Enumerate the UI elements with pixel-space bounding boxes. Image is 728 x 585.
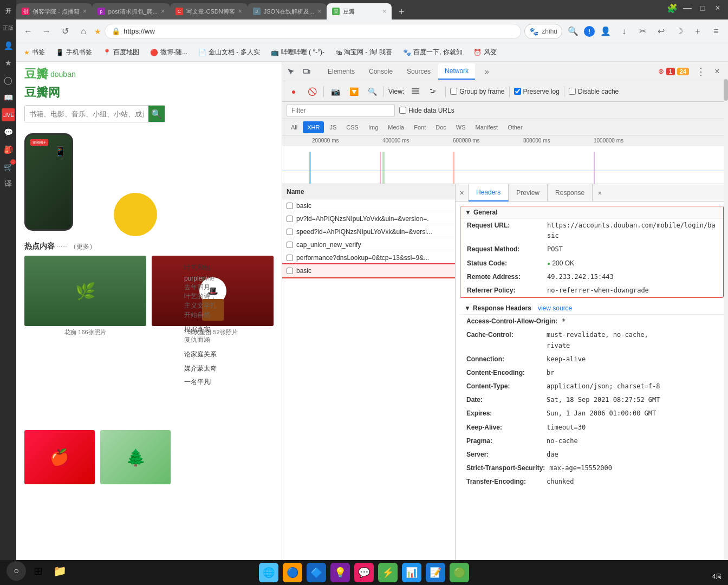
bookmark-baidu-map[interactable]: 📍 百度地图	[100, 47, 142, 58]
tab-douban[interactable]: 豆 豆瓣 ×	[327, 3, 392, 20]
view-list-button[interactable]	[408, 84, 422, 99]
sidebar-icon-circle[interactable]: ◯	[2, 74, 15, 87]
maximize-button[interactable]: □	[697, 2, 708, 14]
close-circle-icon[interactable]: ⊗	[658, 67, 664, 75]
forward-button[interactable]: →	[39, 24, 54, 39]
sidebar-icon-book[interactable]: 📖	[2, 91, 15, 104]
network-row-6-checkbox[interactable]	[287, 268, 293, 274]
search-bar-nav[interactable]: 🐾 zhihu	[524, 24, 562, 39]
preserve-log-input[interactable]	[514, 88, 521, 95]
douban-search-button[interactable]: 🔍	[148, 106, 165, 122]
sidebar-icon-chat[interactable]: 💬	[2, 126, 15, 139]
tab-csdn[interactable]: C 写文章-CSDN博客 ×	[170, 3, 248, 20]
type-doc[interactable]: Doc	[431, 121, 451, 133]
group-by-frame-input[interactable]	[450, 88, 457, 95]
douban-search-bar[interactable]: 🔍	[24, 105, 165, 122]
bookmark-baidu[interactable]: 🐾 百度一下, 你就知	[400, 47, 466, 58]
devtools-cursor-icon[interactable]	[287, 65, 300, 78]
sidebar-icon-translate[interactable]: 译	[2, 178, 15, 191]
type-img[interactable]: Img	[364, 121, 382, 133]
douban-logo[interactable]: 豆瓣 douban	[24, 66, 76, 82]
tab-network[interactable]: Network	[438, 63, 475, 80]
undo-button[interactable]: ↩	[653, 24, 668, 39]
type-other[interactable]: Other	[503, 121, 527, 133]
hot-img-3[interactable]: 🍎	[24, 430, 95, 484]
taskbar-weixin[interactable]: 💬	[354, 563, 374, 582]
browser-search-button[interactable]: 🔍	[566, 24, 581, 39]
network-row-2[interactable]: pv?id=AhPIQNzsNIpuLYoVxk&uin=&version=.	[282, 212, 455, 225]
sidebar-icon-star[interactable]: ★	[2, 56, 15, 69]
plus-nav-button[interactable]: +	[690, 24, 705, 39]
tab-close-post[interactable]: ×	[161, 8, 165, 15]
devtools-responsive-icon[interactable]	[303, 65, 316, 78]
new-badge[interactable]: !	[584, 26, 595, 37]
reload-button[interactable]: ↺	[57, 24, 73, 39]
sidebar-icon-bag[interactable]: 🎒	[2, 143, 15, 156]
user-profile-button[interactable]: 👤	[598, 24, 613, 39]
taskbar-search-icon[interactable]: ○	[6, 561, 26, 581]
network-row-5[interactable]: performance?dnsLookup=0&tcp=13&ssl=9&...	[282, 251, 455, 264]
taskbar-edge[interactable]: 🌐	[259, 563, 278, 582]
tab-more[interactable]: »	[478, 63, 496, 80]
taskbar-files-icon[interactable]: 📁	[50, 561, 69, 581]
sidebar-icon-zhengban[interactable]: 正版	[2, 22, 15, 35]
clear-button[interactable]: 🚫	[305, 84, 319, 99]
type-css[interactable]: CSS	[342, 121, 363, 133]
bookmark-bilibili[interactable]: 📺 哔哩哔哩 ( °-°)-	[268, 47, 328, 58]
tab-close-chuangke[interactable]: ×	[83, 8, 87, 15]
taskbar-chrome[interactable]: 🔵	[283, 563, 302, 582]
record-button[interactable]: ●	[287, 84, 301, 99]
type-xhr[interactable]: XHR	[303, 121, 324, 133]
download-button[interactable]: ↓	[616, 24, 632, 39]
hide-data-urls-checkbox[interactable]: Hide data URLs	[399, 107, 454, 114]
network-row-5-checkbox[interactable]	[287, 255, 293, 261]
menu-button[interactable]: ≡	[708, 24, 724, 39]
theme-button[interactable]: ☽	[672, 24, 687, 39]
bookmark-mobile[interactable]: 📱 手机书签	[53, 47, 95, 58]
devtools-more-menu[interactable]: ⋮	[694, 65, 707, 78]
tab-json[interactable]: J JSON在线解析及... ×	[248, 3, 327, 20]
sidebar-icon-kai[interactable]: 开	[2, 4, 15, 17]
network-row-4[interactable]: cap_union_new_verify	[282, 238, 455, 251]
douban-search-input[interactable]	[25, 106, 148, 122]
sidebar-icon-face[interactable]: 👤	[2, 39, 15, 52]
bookmark-weibo[interactable]: 🔴 微博-随...	[147, 47, 191, 58]
close-window-button[interactable]: ×	[712, 2, 724, 14]
details-tab-response[interactable]: Response	[548, 184, 593, 202]
filter-input[interactable]	[287, 104, 395, 117]
disable-cache-input[interactable]	[569, 88, 576, 95]
taskbar-app3[interactable]: 🔷	[307, 563, 326, 582]
screenshot-button[interactable]: 📷	[328, 84, 342, 99]
details-tab-more[interactable]: »	[593, 184, 607, 202]
bookmark-jinshan[interactable]: 📄 金山文档 - 多人实	[195, 47, 263, 58]
tab-close-douban[interactable]: ×	[382, 8, 386, 15]
bookmark-fengbian[interactable]: ⏰ 风变	[470, 47, 500, 58]
sidebar-icon-live[interactable]: LIVE	[2, 108, 15, 121]
tab-chuangke[interactable]: 创 创客学院 - 点播籍 ×	[16, 3, 92, 20]
taskbar-app4[interactable]: 💡	[330, 563, 350, 582]
type-js[interactable]: JS	[325, 121, 341, 133]
tab-elements[interactable]: Elements	[321, 63, 361, 80]
details-scrollbar[interactable]	[724, 184, 728, 568]
taskbar-vscode[interactable]: ⚡	[378, 563, 398, 582]
group-by-frame-checkbox[interactable]: Group by frame	[450, 88, 504, 95]
search-network-button[interactable]: 🔍	[365, 84, 379, 99]
bookmark-taobao[interactable]: 🛍 淘宝网 - 淘! 我喜	[332, 47, 395, 58]
preserve-log-checkbox[interactable]: Preserve log	[514, 88, 560, 95]
type-ws[interactable]: WS	[452, 121, 470, 133]
tab-close-json[interactable]: ×	[317, 8, 321, 15]
details-tab-headers[interactable]: Headers	[469, 184, 509, 202]
network-row-3-checkbox[interactable]	[287, 229, 293, 235]
network-row-4-checkbox[interactable]	[287, 242, 293, 248]
hot-more[interactable]: （更多）	[70, 242, 96, 251]
taskbar-excel[interactable]: 📊	[402, 563, 421, 582]
details-tab-preview[interactable]: Preview	[509, 184, 548, 202]
tab-sources[interactable]: Sources	[400, 63, 437, 80]
network-row-3[interactable]: speed?id=AhPIQNzsNIpuLYoVxk&uin=&versi..…	[282, 225, 455, 238]
network-row-1-checkbox[interactable]	[287, 203, 293, 209]
taskbar-wechat[interactable]: 🟢	[450, 563, 469, 582]
type-manifest[interactable]: Manifest	[471, 121, 503, 133]
type-media[interactable]: Media	[384, 121, 408, 133]
extensions-button[interactable]: 🧩	[666, 2, 678, 14]
taskbar-word[interactable]: 📝	[426, 563, 445, 582]
